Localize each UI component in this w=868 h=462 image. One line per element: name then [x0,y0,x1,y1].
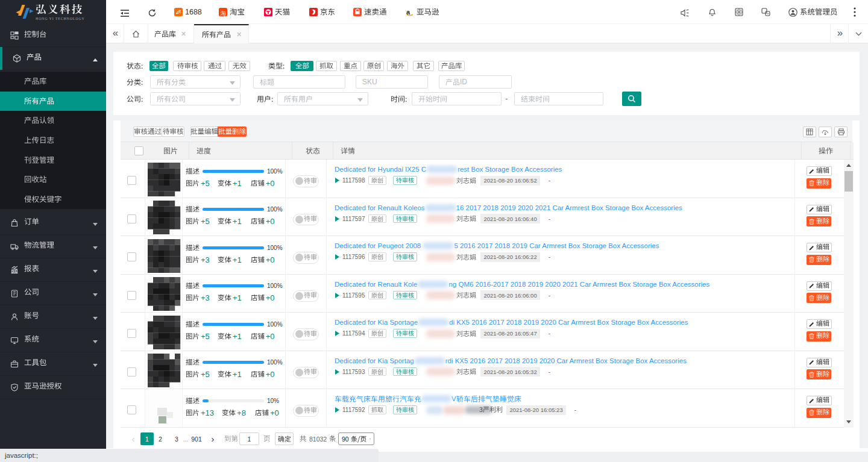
svg-text:a: a [406,8,410,15]
